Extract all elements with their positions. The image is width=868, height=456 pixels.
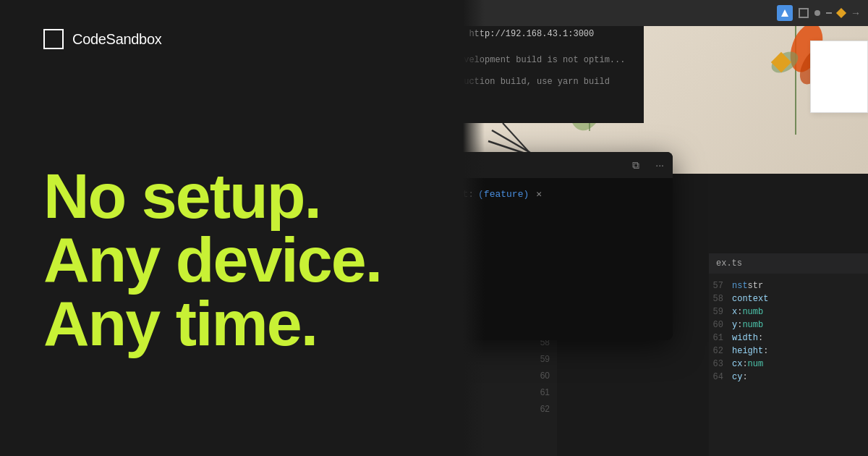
hero-line-1: No setup. <box>43 164 434 228</box>
logo-area: CodeSandbox <box>43 29 434 49</box>
terminal-titlebar: >_ Terminal ⧉ ··· <box>463 152 673 178</box>
left-panel: CodeSandbox No setup. Any device. Any ti… <box>0 0 477 456</box>
ln-62: 62 <box>709 346 732 356</box>
select-tool[interactable] <box>799 8 809 18</box>
terminal-body: ~ excalidraw git: (feature) ✕ <box>463 178 673 210</box>
line-62: 62 <box>540 404 550 414</box>
play-button[interactable] <box>777 5 793 21</box>
left-edge-gradient <box>463 0 485 456</box>
arrow-right-icon[interactable]: → <box>851 7 861 19</box>
ln-64: 64 <box>709 372 732 382</box>
code-line-64: 64 cy: <box>709 371 868 384</box>
diamond-icon[interactable] <box>836 8 846 18</box>
code-line-61: 61 width: <box>709 332 868 345</box>
hero-text: No setup. Any device. Any time. <box>43 93 434 427</box>
terminal-panel: >_ Terminal ⧉ ··· ~ excalidraw git: (fea… <box>463 152 673 340</box>
play-icon <box>781 9 788 17</box>
code-line-63: 63 cx: num <box>709 358 868 371</box>
dot-tool[interactable] <box>814 10 820 16</box>
code-header: ex.ts <box>709 253 868 274</box>
terminal-title: Terminal <box>463 160 626 171</box>
code-line-59: 59 x: numb <box>709 305 868 318</box>
ln-61: 61 <box>709 333 732 343</box>
prompt-x: ✕ <box>536 188 542 200</box>
log-network: On Your Network: http://192.168.43.1:300… <box>463 28 644 41</box>
white-frame <box>810 41 868 113</box>
prompt-branch: (feature) <box>478 189 529 200</box>
hero-line-2: Any device. <box>43 228 434 292</box>
log-note-2: To create a production build, use yarn b… <box>463 71 644 93</box>
log-yarn-build: yarn build <box>558 77 610 87</box>
code-line-58: 58 context <box>709 292 868 305</box>
logo-icon <box>43 29 64 49</box>
code-line-60: 60 y: numb <box>709 318 868 332</box>
code-body: 57 nst str 58 context 59 x: numb 60 y: n… <box>709 274 868 389</box>
log-network-value: http://192.168.43.1:3000 <box>469 29 594 39</box>
code-filename: ex.ts <box>716 258 742 269</box>
ln-59: 59 <box>709 307 732 317</box>
terminal-prompt-line: ~ excalidraw git: (feature) ✕ <box>463 188 661 200</box>
line-61: 61 <box>540 387 550 397</box>
ln-58: 58 <box>709 294 732 304</box>
ln-60: 60 <box>709 320 732 330</box>
terminal-expand-button[interactable]: ⧉ <box>632 159 639 172</box>
hero-line-3: Any time. <box>43 292 434 355</box>
code-line-62: 62 height: <box>709 345 868 358</box>
terminal-more-button[interactable]: ··· <box>655 159 664 171</box>
line-tool[interactable] <box>826 12 832 14</box>
right-panel: Local: http://localhost:3000 On Your Net… <box>463 0 868 456</box>
code-editor-panel: ex.ts 57 nst str 58 context 59 x: numb 6… <box>709 253 868 456</box>
ln-63: 63 <box>709 359 732 369</box>
logo-text: CodeSandbox <box>72 31 161 48</box>
ln-57: 57 <box>709 281 732 291</box>
line-59: 59 <box>540 354 550 364</box>
design-toolbar: → <box>463 0 868 26</box>
line-60: 60 <box>540 371 550 381</box>
code-line-57: 57 nst str <box>709 279 868 292</box>
log-note-1: Note that the development build is not o… <box>463 49 644 71</box>
